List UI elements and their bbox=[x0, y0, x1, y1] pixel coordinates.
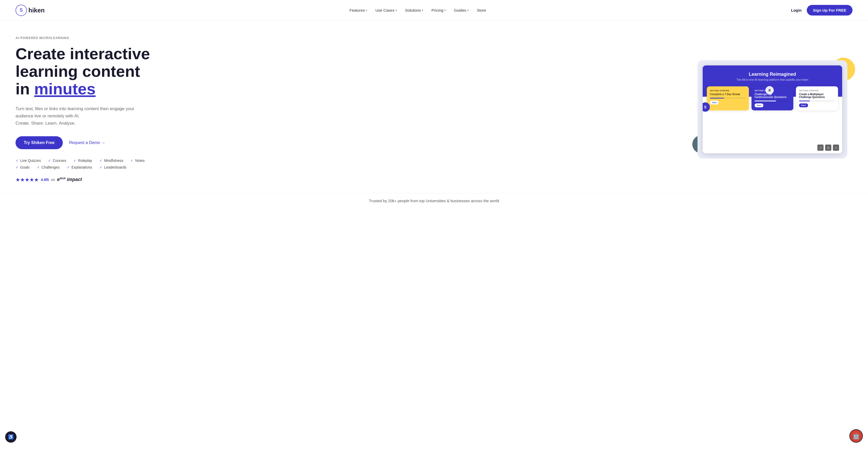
feature-label: Notes bbox=[135, 159, 145, 163]
logo-circle: S bbox=[16, 5, 27, 16]
card-action-button[interactable]: Start bbox=[710, 101, 719, 105]
nav-use-cases[interactable]: Use Cases ▾ bbox=[375, 8, 397, 12]
screen-icon: ⊡ bbox=[825, 145, 831, 151]
logo-link[interactable]: S hiken bbox=[16, 5, 45, 16]
try-free-button[interactable]: Try Shiken Free bbox=[16, 136, 63, 149]
logo-text: hiken bbox=[28, 7, 45, 14]
feature-label: Challenges bbox=[41, 165, 60, 169]
check-icon: ✓ bbox=[99, 159, 102, 163]
chevron-down-icon: ▾ bbox=[467, 9, 469, 11]
feature-label: Roleplay bbox=[78, 159, 92, 163]
hero-title-line1: Create interactive bbox=[16, 45, 150, 63]
feature-leaderboards: ✓ Leaderboards bbox=[99, 165, 126, 169]
feature-live-quizzes: ✓ Live Quizzes bbox=[16, 159, 41, 163]
card-title: Complete a 7 Day Streak bbox=[710, 93, 746, 96]
mockup-container: Learning Reimagined The All-in-one AI le… bbox=[698, 60, 847, 159]
card-progress-bar bbox=[710, 98, 746, 98]
mockup-card-3: GETTING STARTED Create a Multiplayer Cha… bbox=[796, 86, 838, 110]
feature-explanations: ✓ Explanations bbox=[67, 165, 92, 169]
card-progress-bar bbox=[799, 101, 835, 101]
hero-content: AI-POWERED MICROLEARNING Create interact… bbox=[16, 36, 160, 183]
chevron-down-icon: ▾ bbox=[422, 9, 423, 11]
mockup-card-1: GETTING STARTED Complete a 7 Day Streak … bbox=[707, 86, 749, 110]
hero-title-line3-prefix: in bbox=[16, 80, 34, 98]
card-label: GETTING STARTED bbox=[710, 89, 746, 92]
feature-mindfulness: ✓ Mindfulness bbox=[99, 159, 123, 163]
rating-stars: ★★★★★ bbox=[16, 177, 39, 183]
check-icon: ✓ bbox=[130, 159, 133, 163]
mockup-screen: Learning Reimagined The All-in-one AI le… bbox=[703, 65, 842, 153]
hero-rating: ★★★★★ 4.9/5 on educk impact bbox=[16, 177, 160, 183]
feature-courses: ✓ Courses bbox=[48, 159, 66, 163]
feature-label: Explanations bbox=[71, 165, 92, 169]
nav-features[interactable]: Features ▾ bbox=[349, 8, 367, 12]
hero-eyebrow: AI-POWERED MICROLEARNING bbox=[16, 36, 160, 40]
check-icon: ✓ bbox=[16, 159, 19, 163]
check-icon: ✓ bbox=[37, 165, 40, 169]
hero-mockup: ? ? Learning Reimagined The All-in-one A… bbox=[698, 60, 852, 159]
nav-solutions[interactable]: Solutions ▾ bbox=[405, 8, 424, 12]
nav-links: Features ▾ Use Cases ▾ Solutions ▾ Prici… bbox=[349, 8, 486, 12]
rating-platform: educk impact bbox=[57, 177, 82, 182]
pause-button: ⏸ bbox=[766, 86, 774, 94]
feature-challenges: ✓ Challenges bbox=[37, 165, 60, 169]
volume-icon: 🔊 bbox=[817, 145, 824, 151]
hero-features-list: ✓ Live Quizzes ✓ Courses ✓ Roleplay ✓ Mi… bbox=[16, 159, 160, 169]
feature-label: Courses bbox=[53, 159, 66, 163]
nav-store[interactable]: Store bbox=[477, 8, 486, 12]
hero-description: Turn text, files or links into learning … bbox=[16, 105, 140, 127]
feature-label: Live Quizzes bbox=[20, 159, 41, 163]
mockup-subtitle: The All-in-one AI learning platform that… bbox=[708, 78, 837, 81]
nav-pricing[interactable]: Pricing ▾ bbox=[431, 8, 445, 12]
card-title: Create a Multiplayer Challenge Questions bbox=[799, 93, 835, 98]
feature-label: Leaderboards bbox=[104, 165, 126, 169]
card-progress-bar bbox=[754, 101, 790, 101]
rating-value: 4.9/5 bbox=[41, 178, 49, 182]
card-progress-fill bbox=[754, 101, 776, 101]
login-button[interactable]: Login bbox=[791, 8, 802, 12]
feature-roleplay: ✓ Roleplay bbox=[73, 159, 92, 163]
chevron-down-icon: ▾ bbox=[444, 9, 445, 11]
rating-on: on bbox=[51, 178, 55, 182]
card-title: Challenge: 3D Cardiovascular Questions bbox=[754, 93, 790, 98]
fullscreen-icon: ⤢ bbox=[833, 145, 839, 151]
request-demo-button[interactable]: Request a Demo → bbox=[69, 140, 105, 145]
card-progress-fill bbox=[710, 98, 724, 98]
check-icon: ✓ bbox=[99, 165, 102, 169]
feature-label: Mindfulness bbox=[104, 159, 123, 163]
logo-letter: S bbox=[20, 7, 23, 13]
check-icon: ✓ bbox=[48, 159, 51, 163]
card-action-button[interactable]: Start bbox=[799, 104, 808, 107]
feature-label: Goals bbox=[20, 165, 30, 169]
hero-section: AI-POWERED MICROLEARNING Create interact… bbox=[0, 21, 868, 193]
mockup-controls: 🔊 ⊡ ⤢ bbox=[817, 145, 839, 151]
trusted-text: Trusted by 20k+ people from top Universi… bbox=[5, 199, 863, 203]
mockup-title: Learning Reimagined bbox=[708, 72, 837, 77]
avatar-letter: S bbox=[704, 105, 706, 109]
hero-title-accent: minutes bbox=[34, 80, 96, 98]
card-label: GETTING STARTED bbox=[799, 89, 835, 92]
feature-goals: ✓ Goals bbox=[16, 165, 30, 169]
nav-actions: Login Sign Up For FREE bbox=[791, 5, 852, 16]
trusted-bar: Trusted by 20k+ people from top Universi… bbox=[0, 193, 868, 208]
card-progress-fill bbox=[799, 101, 810, 101]
hero-title-line2: learning content bbox=[16, 62, 140, 80]
hero-buttons: Try Shiken Free Request a Demo → bbox=[16, 136, 160, 149]
card-action-button[interactable]: Start bbox=[754, 104, 764, 107]
signup-button[interactable]: Sign Up For FREE bbox=[807, 5, 852, 16]
check-icon: ✓ bbox=[16, 165, 19, 169]
feature-notes: ✓ Notes bbox=[130, 159, 145, 163]
check-icon: ✓ bbox=[67, 165, 70, 169]
hero-title: Create interactive learning content in m… bbox=[16, 45, 160, 98]
nav-guides[interactable]: Guides ▾ bbox=[454, 8, 469, 12]
chevron-down-icon: ▾ bbox=[366, 9, 367, 11]
check-icon: ✓ bbox=[73, 159, 76, 163]
navbar: S hiken Features ▾ Use Cases ▾ Solutions… bbox=[0, 0, 868, 21]
chevron-down-icon: ▾ bbox=[396, 9, 397, 11]
